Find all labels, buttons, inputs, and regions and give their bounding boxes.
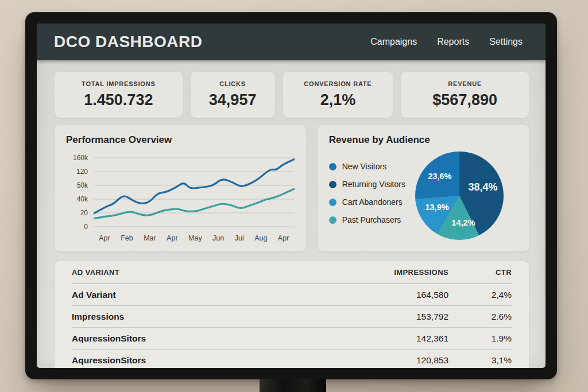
x-tick: Apr [167, 234, 177, 242]
stat-card-revenue: REVENUE $567,890 [400, 71, 529, 118]
pie-slice-label: 14,2% [451, 218, 475, 227]
legend-dot [329, 163, 336, 170]
stats-row: TOTAL IMPRESSIONS 1.450.732 CLICKS 34,95… [54, 71, 529, 118]
legend-label: Past Purchasers [342, 215, 401, 224]
table-row: AquressionSitors 142,361 1.9% [72, 328, 512, 350]
table-row: AquressionSitors 120,853 3,1% [72, 350, 512, 368]
pie-wrap: 38,4% 14,2% 13,9% 23,6% [415, 152, 504, 240]
pie-slice-label: 13,9% [425, 203, 448, 212]
x-tick: Jui [235, 234, 244, 242]
stat-label: REVENUE [448, 80, 482, 87]
stat-value: 2,1% [320, 91, 356, 109]
col-header-ctr: CTR [448, 268, 512, 277]
col-header-ad-variant: AD VARIANT [72, 268, 322, 277]
dashboard-content: TOTAL IMPRESSIONS 1.450.732 CLICKS 34,95… [37, 60, 546, 368]
main-nav: Campaigns Reports Settings [370, 37, 523, 47]
cell-variant: Ad Variant [72, 290, 322, 300]
y-tick: 0 [84, 222, 88, 231]
performance-line-svg [94, 154, 295, 230]
legend-dot [329, 181, 336, 188]
cell-impressions: 164,580 [322, 290, 448, 300]
pie-slice-label: 38,4% [468, 181, 497, 193]
cell-ctr: 1.9% [448, 333, 512, 344]
legend-item-cart-abandoners: Cart Abandoners [329, 197, 415, 207]
stat-card-clicks: CLICKS 34,957 [190, 71, 276, 118]
stat-value: $567,890 [432, 91, 497, 109]
clicks-line [94, 189, 295, 219]
nav-item-reports[interactable]: Reports [437, 37, 469, 47]
revenue-by-audience-card: Revenue by Audience New Visitors Returni… [317, 125, 529, 252]
table-header-row: AD VARIANT IMPRESSIONS CTR [72, 261, 512, 284]
ad-variant-table: AD VARIANT IMPRESSIONS CTR Ad Variant 16… [54, 261, 529, 368]
cell-ctr: 3,1% [448, 355, 512, 366]
stat-card-total-impressions: TOTAL IMPRESSIONS 1.450.732 [54, 71, 183, 118]
x-tick: Mar [144, 234, 156, 242]
nav-item-campaigns[interactable]: Campaigns [370, 37, 417, 47]
x-tick: Apr [278, 234, 289, 242]
legend-label: New Visitors [342, 162, 387, 171]
legend-dot [329, 216, 336, 224]
charts-row: Performance Overview 160k 120 50k 40k 20… [54, 125, 529, 252]
performance-overview-card: Performance Overview 160k 120 50k 40k 20… [54, 125, 307, 252]
chart-title: Performance Overview [66, 134, 295, 146]
y-tick: 20 [80, 208, 88, 218]
table-row: Impressions 153,792 2.6% [72, 306, 512, 328]
stat-label: CLICKS [219, 80, 246, 87]
legend-label: Returning Visitors [342, 180, 405, 189]
legend-item-past-purchasers: Past Purchasers [329, 215, 415, 224]
screen: DCO DASHBOARD Campaigns Reports Settings… [37, 24, 546, 368]
cell-ctr: 2.6% [448, 312, 512, 322]
impressions-line [94, 159, 295, 214]
chart-title: Revenue by Audience [329, 134, 517, 146]
cell-variant: Impressions [72, 312, 322, 322]
stat-value: 34,957 [209, 91, 257, 109]
cell-variant: AquressionSitors [72, 355, 322, 366]
legend-item-new-visitors: New Visitors [329, 162, 415, 171]
x-tick: Aug [254, 234, 267, 242]
monitor-frame: DCO DASHBOARD Campaigns Reports Settings… [25, 12, 557, 379]
stat-card-conversion-rate: CONVERSION RATE 2,1% [283, 71, 394, 118]
nav-item-settings[interactable]: Settings [489, 37, 523, 47]
x-tick: Apr [99, 234, 110, 242]
cell-impressions: 142,361 [322, 333, 448, 344]
col-header-impressions: IMPRESSIONS [322, 268, 448, 277]
y-tick: 40k [77, 195, 88, 204]
cell-impressions: 120,853 [322, 355, 448, 366]
y-tick: 120 [76, 167, 88, 176]
pie-chart: New Visitors Returning Visitors Cart Aba… [329, 152, 517, 240]
pie-legend: New Visitors Returning Visitors Cart Aba… [329, 162, 415, 224]
stat-label: TOTAL IMPRESSIONS [82, 80, 156, 87]
y-tick: 160k [73, 153, 88, 162]
x-tick: Feb [121, 234, 133, 242]
cell-ctr: 2,4% [448, 290, 512, 300]
y-tick: 50k [77, 181, 88, 190]
stat-label: CONVERSION RATE [304, 80, 372, 87]
line-chart: 160k 120 50k 40k 20 0 [66, 154, 295, 230]
cell-variant: AquressionSitors [72, 333, 322, 344]
x-tick: May [188, 234, 202, 242]
app-header: DCO DASHBOARD Campaigns Reports Settings [37, 24, 546, 60]
page-title: DCO DASHBOARD [54, 33, 203, 51]
pie-slice-label: 23,6% [428, 172, 451, 181]
monitor-stand [260, 379, 326, 392]
legend-item-returning-visitors: Returning Visitors [329, 180, 415, 189]
x-tick: Jun [212, 234, 224, 242]
table-row: Ad Variant 164,580 2,4% [72, 284, 512, 306]
legend-dot [329, 199, 336, 206]
x-axis: Apr Feb Mar Apr May Jun Jui Aug Apr [94, 234, 295, 242]
cell-impressions: 153,792 [322, 312, 448, 322]
plot-area [94, 154, 295, 230]
legend-label: Cart Abandoners [342, 197, 403, 207]
y-axis: 160k 120 50k 40k 20 0 [66, 154, 88, 230]
stat-value: 1.450.732 [84, 91, 153, 109]
